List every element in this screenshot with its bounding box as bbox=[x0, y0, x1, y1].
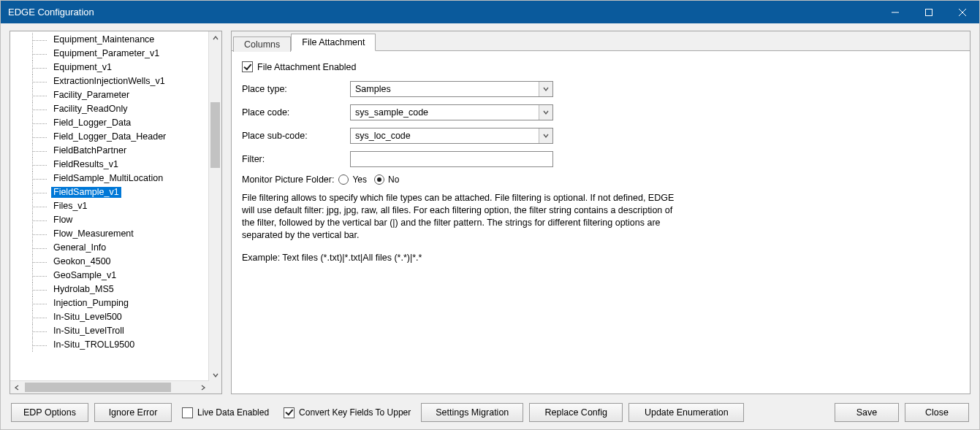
tree-item[interactable]: FieldBatchPartner bbox=[10, 144, 209, 158]
tree-item-label: Flow_Measurement bbox=[51, 229, 136, 239]
tree-vertical-scrollbar[interactable] bbox=[208, 31, 221, 381]
convert-upper-label: Convert Key Fields To Upper bbox=[299, 407, 411, 418]
close-button[interactable] bbox=[946, 1, 979, 23]
tree-item[interactable]: FieldResults_v1 bbox=[10, 158, 209, 172]
window-buttons bbox=[878, 1, 979, 23]
tab-file-attachment[interactable]: File Attachment bbox=[291, 34, 376, 51]
tree-item-label: ExtractionInjectionWells_v1 bbox=[51, 76, 167, 87]
filter-input[interactable] bbox=[350, 151, 553, 167]
tree-item[interactable]: Files_v1 bbox=[10, 199, 209, 213]
titlebar: EDGE Configuration bbox=[1, 1, 979, 23]
window: EDGE Configuration Equipment_Maintenance… bbox=[0, 0, 980, 430]
chevron-down-icon[interactable] bbox=[539, 105, 552, 120]
monitor-no-label: No bbox=[388, 174, 399, 185]
tree-item[interactable]: General_Info bbox=[10, 241, 209, 255]
update-enumeration-button[interactable]: Update Enumeration bbox=[628, 403, 744, 422]
scroll-up-icon[interactable] bbox=[209, 31, 221, 44]
tree-item-label: Field_Logger_Data_Header bbox=[51, 131, 168, 142]
place-subcode-label: Place sub-code: bbox=[242, 131, 350, 141]
tree-item-label: FieldSample_MultiLocation bbox=[51, 173, 165, 184]
tree-item-label: Facility_Parameter bbox=[51, 90, 132, 101]
body: Equipment_MaintenanceEquipment_Parameter… bbox=[1, 23, 979, 429]
enable-file-attachment-label: File Attachment Enabled bbox=[257, 62, 357, 72]
scroll-track[interactable] bbox=[209, 44, 221, 369]
tree-item[interactable]: Field_Logger_Data_Header bbox=[10, 130, 209, 144]
tree-item-label: GeoSample_v1 bbox=[51, 270, 118, 281]
minimize-icon bbox=[892, 9, 899, 16]
place-code-combo[interactable]: sys_sample_code bbox=[350, 104, 553, 120]
convert-upper-option[interactable]: Convert Key Fields To Upper bbox=[284, 407, 411, 418]
place-subcode-row: Place sub-code: sys_loc_code bbox=[242, 128, 960, 144]
convert-upper-checkbox[interactable] bbox=[284, 407, 295, 418]
tree-item-label: Hydrolab_MS5 bbox=[51, 284, 116, 295]
tree-item-label: Equipment_Parameter_v1 bbox=[51, 48, 162, 59]
tree-item-label: In-Situ_TROLL9500 bbox=[51, 339, 137, 350]
save-button[interactable]: Save bbox=[835, 403, 899, 422]
place-code-value: sys_sample_code bbox=[351, 107, 428, 118]
tree-item[interactable]: Equipment_v1 bbox=[10, 61, 209, 74]
monitor-yes-option[interactable]: Yes bbox=[338, 174, 367, 185]
chevron-down-icon[interactable] bbox=[539, 128, 552, 143]
place-type-row: Place type: Samples bbox=[242, 81, 960, 97]
edp-options-button[interactable]: EDP Options bbox=[11, 403, 88, 422]
window-title: EDGE Configuration bbox=[8, 7, 94, 18]
monitor-row: Monitor Picture Folder: Yes No bbox=[242, 174, 960, 185]
settings-migration-button[interactable]: Settings Migration bbox=[421, 403, 523, 422]
tree-item[interactable]: Field_Logger_Data bbox=[10, 116, 209, 130]
tree-item[interactable]: Facility_ReadOnly bbox=[10, 102, 209, 116]
minimize-button[interactable] bbox=[878, 1, 912, 23]
replace-config-button[interactable]: Replace Config bbox=[529, 403, 623, 422]
maximize-button[interactable] bbox=[912, 1, 946, 23]
tree-item[interactable]: In-Situ_TROLL9500 bbox=[10, 338, 209, 352]
hscroll-thumb[interactable] bbox=[25, 383, 171, 392]
chevron-down-icon[interactable] bbox=[539, 82, 552, 96]
tree-item[interactable]: Hydrolab_MS5 bbox=[10, 283, 209, 296]
place-type-combo[interactable]: Samples bbox=[350, 81, 553, 97]
live-data-option[interactable]: Live Data Enabled bbox=[182, 407, 269, 418]
scroll-left-icon[interactable] bbox=[10, 381, 23, 393]
tree-item[interactable]: In-Situ_LevelTroll bbox=[10, 324, 209, 338]
enable-file-attachment-row: File Attachment Enabled bbox=[242, 61, 960, 72]
tree-item[interactable]: Facility_Parameter bbox=[10, 88, 209, 102]
tree-item[interactable]: Injection_Pumping bbox=[10, 296, 209, 310]
tree-item[interactable]: Geokon_4500 bbox=[10, 255, 209, 269]
tree-item[interactable]: In-Situ_Level500 bbox=[10, 310, 209, 324]
scroll-thumb[interactable] bbox=[210, 102, 220, 168]
tree-item[interactable]: FieldSample_v1 bbox=[10, 185, 209, 199]
tree-item-label: Injection_Pumping bbox=[51, 298, 131, 309]
tree-item-label: In-Situ_Level500 bbox=[51, 312, 124, 323]
monitor-yes-label: Yes bbox=[352, 174, 367, 185]
tab-columns[interactable]: Columns bbox=[233, 37, 291, 52]
tree-item[interactable]: Flow_Measurement bbox=[10, 227, 209, 241]
scroll-right-icon[interactable] bbox=[197, 381, 209, 393]
tree-horizontal-scrollbar[interactable] bbox=[10, 380, 209, 393]
tree-item[interactable]: Flow bbox=[10, 213, 209, 227]
monitor-label: Monitor Picture Folder: bbox=[242, 174, 334, 185]
tree-item[interactable]: ExtractionInjectionWells_v1 bbox=[10, 74, 209, 88]
tree-item-label: Equipment_v1 bbox=[51, 62, 114, 73]
monitor-no-option[interactable]: No bbox=[374, 174, 399, 185]
tree-item-label: Equipment_Maintenance bbox=[51, 34, 156, 45]
tree-item[interactable]: GeoSample_v1 bbox=[10, 269, 209, 283]
filter-label: Filter: bbox=[242, 154, 350, 164]
tree-list[interactable]: Equipment_MaintenanceEquipment_Parameter… bbox=[10, 31, 209, 381]
tree-item-label: FieldSample_v1 bbox=[51, 187, 121, 198]
close-dialog-button[interactable]: Close bbox=[905, 403, 969, 422]
place-subcode-combo[interactable]: sys_loc_code bbox=[350, 128, 553, 144]
main-row: Equipment_MaintenanceEquipment_Parameter… bbox=[10, 31, 970, 394]
scroll-corner bbox=[209, 381, 221, 393]
tree-panel: Equipment_MaintenanceEquipment_Parameter… bbox=[10, 31, 222, 394]
place-subcode-value: sys_loc_code bbox=[351, 131, 411, 141]
tree-item[interactable]: FieldSample_MultiLocation bbox=[10, 172, 209, 185]
ignore-error-button[interactable]: Ignore Error bbox=[94, 403, 172, 422]
scroll-down-icon[interactable] bbox=[209, 369, 221, 381]
live-data-checkbox[interactable] bbox=[182, 407, 193, 418]
tree-item-label: Field_Logger_Data bbox=[51, 118, 133, 128]
tree-item[interactable]: Equipment_Parameter_v1 bbox=[10, 47, 209, 61]
enable-file-attachment-checkbox[interactable] bbox=[242, 61, 253, 72]
live-data-label: Live Data Enabled bbox=[197, 407, 269, 418]
tree-item-label: Files_v1 bbox=[51, 201, 90, 212]
tree-item[interactable]: Equipment_Maintenance bbox=[10, 33, 209, 47]
place-type-value: Samples bbox=[351, 84, 391, 94]
tree-item-label: FieldResults_v1 bbox=[51, 159, 121, 170]
